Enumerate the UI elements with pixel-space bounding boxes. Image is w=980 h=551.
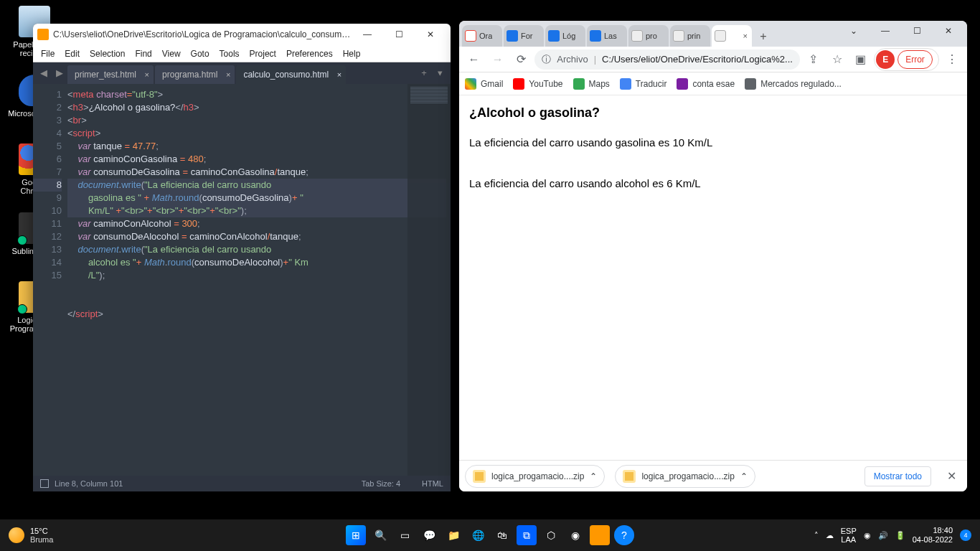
maximize-button[interactable]: ☐: [383, 24, 415, 45]
browser-tab[interactable]: prin: [670, 25, 710, 47]
bookmark-item[interactable]: YouTube: [513, 78, 562, 90]
tab-label: Lóg: [562, 32, 575, 40]
menu-find[interactable]: Find: [130, 49, 156, 59]
edge-button[interactable]: 🌐: [468, 525, 488, 545]
minimap[interactable]: [407, 84, 451, 476]
show-all-downloads-button[interactable]: Mostrar todo: [864, 466, 931, 486]
chrome-button[interactable]: ◉: [565, 525, 585, 545]
download-item[interactable]: logica_progamacio....zip⌃: [615, 465, 755, 488]
reload-button[interactable]: ⟳: [511, 49, 532, 70]
help-button[interactable]: ?: [614, 525, 634, 545]
tab-label: primer_test.html: [75, 70, 136, 80]
sublime-statusbar: Line 8, Column 101 Tab Size: 4 HTML: [33, 476, 451, 491]
browser-tab[interactable]: Lóg: [545, 25, 585, 47]
store-button[interactable]: 🛍: [492, 525, 512, 545]
bookmarks-bar: Gmail YouTube Maps Traducir conta esae M…: [459, 72, 967, 95]
share-button[interactable]: ⇪: [803, 49, 824, 70]
browser-tab[interactable]: For: [504, 25, 544, 47]
tray-overflow-icon[interactable]: ˄: [814, 531, 819, 540]
minimize-button[interactable]: —: [352, 24, 383, 45]
menu-view[interactable]: View: [157, 49, 186, 59]
close-button[interactable]: ✕: [933, 21, 964, 41]
bookmark-favicon-icon: [573, 78, 585, 90]
sublime-taskbar-button[interactable]: [590, 525, 610, 545]
tab-menu-icon[interactable]: ▾: [432, 62, 448, 84]
sublime-titlebar[interactable]: C:\Users\eliot\OneDrive\Escritorio\Logic…: [33, 24, 451, 45]
tab-close-icon[interactable]: ×: [337, 70, 341, 79]
bookmark-item[interactable]: Mercados regulado...: [745, 78, 842, 90]
taskview-button[interactable]: ▭: [395, 525, 415, 545]
download-item[interactable]: logica_progamacio....zip⌃: [465, 465, 605, 488]
address-bar[interactable]: ⓘ Archivo | C:/Users/eliot/OneDrive/Escr…: [534, 50, 800, 70]
chat-button[interactable]: 💬: [419, 525, 439, 545]
editor-area[interactable]: 123456789101112131415 <meta charset="utf…: [33, 84, 451, 476]
tab-label: pro: [646, 32, 657, 40]
editor-tab-active[interactable]: calculo_consumo.html×: [236, 65, 346, 84]
tab-close-icon[interactable]: ×: [226, 70, 230, 79]
status-panel-icon[interactable]: [40, 479, 49, 488]
search-button[interactable]: 🔍: [370, 525, 390, 545]
start-button[interactable]: ⊞: [346, 525, 366, 545]
bookmark-label: Traducir: [636, 79, 667, 89]
browser-tab[interactable]: Las: [587, 25, 627, 47]
menu-selection[interactable]: Selection: [85, 49, 130, 59]
tab-add-icon[interactable]: +: [416, 62, 432, 84]
tab-nav-left-icon[interactable]: ◀: [36, 62, 52, 84]
explorer-button[interactable]: 📁: [443, 525, 463, 545]
onedrive-icon[interactable]: ☁: [826, 531, 834, 540]
language-indicator[interactable]: ESP LAA: [841, 527, 857, 544]
sidepanel-button[interactable]: ▣: [850, 49, 871, 70]
weather-temp: 15°C: [30, 527, 53, 535]
menu-goto[interactable]: Goto: [186, 49, 215, 59]
battery-icon[interactable]: 🔋: [895, 531, 905, 540]
browser-tab[interactable]: Ora: [462, 25, 502, 47]
menu-help[interactable]: Help: [338, 49, 366, 59]
volume-icon[interactable]: 🔊: [878, 531, 888, 540]
browser-tab[interactable]: pro: [628, 25, 669, 47]
tab-nav-right-icon[interactable]: ▶: [52, 62, 67, 84]
minimize-button[interactable]: —: [870, 21, 901, 41]
editor-tab[interactable]: primer_test.html×: [67, 65, 154, 84]
status-tabsize[interactable]: Tab Size: 4: [362, 479, 400, 488]
maximize-button[interactable]: ☐: [901, 21, 933, 41]
dropbox-button[interactable]: ⧉: [517, 525, 537, 545]
tabsearch-button[interactable]: ⌄: [838, 21, 870, 41]
zip-file-icon: [623, 470, 636, 483]
taskbar-weather[interactable]: 15°C Bruma: [0, 527, 53, 544]
code-content[interactable]: <meta charset="utf-8"> <h3>¿Alcohol o ga…: [67, 84, 451, 476]
bookmark-item[interactable]: Traducir: [620, 78, 667, 90]
menu-tools[interactable]: Tools: [215, 49, 245, 59]
tab-close-icon[interactable]: ×: [145, 70, 149, 79]
download-chevron-icon[interactable]: ⌃: [590, 471, 597, 481]
clock[interactable]: 18:40 04-08-2022: [913, 526, 953, 545]
menu-file[interactable]: File: [36, 49, 60, 59]
tab-close-icon[interactable]: ×: [742, 32, 749, 40]
app-button[interactable]: ⬡: [541, 525, 561, 545]
profile-avatar[interactable]: E: [876, 50, 895, 69]
kebab-menu-button[interactable]: ⋮: [942, 49, 963, 70]
close-button[interactable]: ✕: [415, 24, 446, 45]
bookmark-item[interactable]: Gmail: [465, 78, 503, 90]
bookmark-favicon-icon: [677, 78, 688, 90]
menu-preferences[interactable]: Preferences: [281, 49, 338, 59]
status-cursor[interactable]: Line 8, Column 101: [55, 479, 123, 488]
error-indicator[interactable]: Error: [897, 50, 933, 69]
new-tab-button[interactable]: +: [753, 27, 773, 47]
file-info-icon[interactable]: ⓘ: [542, 53, 551, 66]
editor-tab[interactable]: programa.html×: [155, 65, 235, 84]
status-lang[interactable]: HTML: [422, 479, 443, 488]
tab-label: programa.html: [162, 70, 217, 80]
menu-edit[interactable]: Edit: [60, 49, 85, 59]
download-chevron-icon[interactable]: ⌃: [740, 471, 748, 481]
notification-badge[interactable]: 4: [960, 529, 971, 541]
bookmark-item[interactable]: conta esae: [677, 78, 735, 90]
forward-button[interactable]: →: [487, 49, 508, 70]
bookmark-item[interactable]: Maps: [573, 78, 610, 90]
back-button[interactable]: ←: [463, 49, 484, 70]
menu-project[interactable]: Project: [245, 49, 281, 59]
sublime-window: C:\Users\eliot\OneDrive\Escritorio\Logic…: [33, 24, 451, 491]
close-downloads-bar-button[interactable]: ✕: [941, 469, 961, 483]
wifi-icon[interactable]: ◉: [864, 531, 871, 540]
bookmark-button[interactable]: ☆: [826, 49, 847, 70]
browser-tab-active[interactable]: ×: [712, 25, 752, 47]
